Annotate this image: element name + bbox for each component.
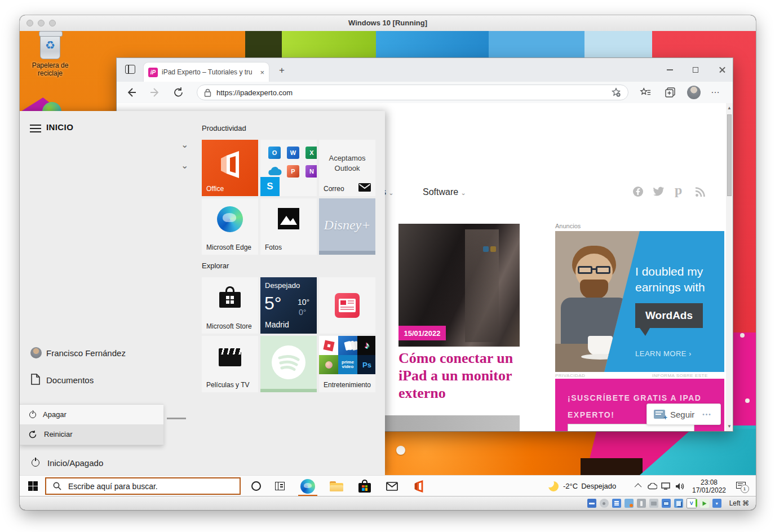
start-documents-button[interactable]: Documentos [46, 375, 94, 385]
tile-office[interactable]: Office [202, 140, 258, 196]
scroll-down-icon[interactable]: ▼ [726, 424, 733, 429]
search-input[interactable] [67, 481, 216, 491]
forward-icon[interactable] [149, 87, 161, 98]
refresh-icon[interactable] [173, 87, 184, 98]
browser-tab[interactable]: iP iPad Experto – Tutoriales y trucos × [144, 63, 269, 82]
virtualbox-icon[interactable]: V [687, 498, 697, 508]
tile-store[interactable]: Microsoft Store [202, 277, 258, 334]
back-icon[interactable] [126, 87, 137, 98]
pinterest-icon[interactable]: p [675, 183, 682, 198]
facebook-icon[interactable] [632, 186, 644, 197]
tile-correo[interactable]: Aceptamos Outlook Correo [319, 140, 375, 196]
flyout-item-shutdown[interactable]: Apagar [20, 405, 163, 424]
next-article-thumbnail[interactable] [382, 415, 520, 431]
tiktok-icon: ♪ [357, 336, 375, 355]
vbox-shared-folder-icon[interactable] [649, 499, 658, 508]
collections-icon[interactable] [665, 87, 676, 98]
start-user-button[interactable]: Francisco Fernández [46, 348, 126, 358]
onenote-icon: N [305, 165, 317, 178]
weather-low: 0° [299, 308, 306, 317]
chevron-down-icon: ⌄ [461, 189, 466, 196]
vbox-usb-icon[interactable] [637, 499, 646, 508]
tile-entertainment[interactable]: ♪ prime video Ps Entretenimiento [319, 336, 375, 392]
page-scrollbar[interactable]: ▲ ▼ [726, 103, 733, 431]
tab-strip: iP iPad Experto – Tutoriales y trucos × … [117, 58, 733, 82]
wordads-banner[interactable]: I doubled my earnings with WordAds LEARN… [555, 231, 724, 372]
tab-actions-icon[interactable] [125, 65, 135, 74]
vbox-network-icon[interactable] [625, 499, 634, 508]
taskbar-edge-button[interactable] [298, 476, 317, 496]
tile-panel-divider[interactable] [167, 418, 186, 419]
taskbar-store-button[interactable] [356, 476, 374, 496]
ads-label: Anuncios [555, 223, 581, 229]
tile-spotify[interactable] [260, 336, 317, 392]
mac-titlebar: Windows 10 [Running] [20, 15, 756, 32]
action-center-button[interactable]: 1 [731, 476, 751, 496]
bubble-tail [640, 328, 650, 336]
ad-cta-link[interactable]: LEARN MORE › [635, 349, 692, 358]
article-headline[interactable]: Cómo conectar un iPad a un monitor exter… [398, 349, 525, 402]
vbox-autoresize-icon[interactable]: ▼ [712, 499, 721, 508]
browser-close-button[interactable] [719, 66, 726, 73]
movies-icon [219, 348, 241, 366]
tray-volume-button[interactable] [672, 476, 687, 496]
new-tab-button[interactable]: + [279, 65, 285, 76]
tile-edge[interactable]: Microsoft Edge [202, 198, 258, 255]
vbox-hdd-icon[interactable] [587, 499, 596, 508]
scrollbar-thumb[interactable] [727, 114, 732, 196]
scroll-up-icon[interactable]: ▲ [726, 105, 733, 110]
follow-more-icon[interactable]: ••• [702, 411, 712, 418]
vm-window-title: Windows 10 [Running] [20, 19, 756, 27]
tray-onedrive-button[interactable] [645, 476, 659, 496]
taskbar-office-button[interactable] [410, 476, 428, 496]
host-key-label: Left ⌘ [729, 499, 749, 507]
profile-avatar[interactable] [687, 86, 701, 99]
tab-close-icon[interactable]: × [260, 69, 264, 76]
taskbar-explorer-button[interactable] [327, 476, 346, 496]
tile-movies[interactable]: Películas y TV [202, 336, 258, 392]
start-power-button[interactable]: Inicio/Apagado [20, 451, 163, 474]
photoshop-express-icon: Ps [357, 355, 375, 374]
tile-fotos[interactable]: Fotos [260, 198, 317, 255]
browser-menu-icon[interactable]: … [711, 85, 720, 95]
taskbar-weather-widget[interactable]: -2°C Despejado [548, 476, 633, 496]
address-bar[interactable]: https://ipadexperto.com [197, 85, 628, 100]
tile-news[interactable] [319, 277, 375, 334]
tile-weather[interactable]: Despejado 5° 10° 0° Madrid [260, 277, 317, 334]
tray-chevron-up[interactable] [632, 476, 645, 496]
twitter-icon[interactable] [653, 187, 665, 197]
task-view-button[interactable] [271, 476, 288, 496]
browser-maximize-button[interactable] [693, 66, 698, 73]
start-button[interactable] [24, 476, 41, 496]
tray-clock[interactable]: 23:08 17/01/2022 [688, 476, 730, 496]
cortana-button[interactable] [247, 476, 264, 496]
add-favorite-icon[interactable] [611, 87, 621, 97]
tile-group-chevron[interactable]: ⌄ [181, 160, 188, 171]
tile-microsoft-apps[interactable]: O W X P N S [260, 140, 317, 196]
taskbar-mail-button[interactable] [383, 476, 401, 496]
recycle-bin-shortcut[interactable]: ♻ Papelera de reciclaje [28, 33, 73, 77]
tile-group-chevron[interactable]: ⌄ [181, 139, 188, 150]
vbox-display-icon[interactable] [662, 499, 671, 508]
taskbar-search[interactable] [45, 477, 241, 495]
solitaire-icon [338, 336, 357, 355]
start-menu-hamburger[interactable] [30, 125, 41, 132]
ad-privacy-link[interactable]: PRIVACIDAD [555, 373, 585, 378]
vbox-cd-icon[interactable] [600, 499, 609, 508]
vbox-clipboard-icon[interactable] [674, 499, 683, 508]
favorites-bar-icon[interactable] [640, 87, 651, 98]
rss-icon[interactable] [695, 187, 706, 197]
chevron-down-icon: ⌄ [388, 189, 393, 196]
store-icon [358, 480, 371, 493]
browser-minimize-button[interactable] [667, 66, 673, 70]
vbox-audio-icon[interactable] [612, 499, 621, 508]
tile-disney[interactable]: Disney+ [319, 198, 375, 255]
vbox-sync-icon[interactable] [700, 499, 709, 508]
moon-icon [548, 481, 559, 491]
office-icon [413, 480, 425, 493]
flyout-item-restart[interactable]: Reiniciar [20, 424, 163, 444]
article-date-badge: 15/01/2022 [398, 326, 446, 340]
nav-item-software[interactable]: Software ⌄ [423, 187, 466, 197]
follow-button[interactable]: + Seguir ••• [646, 404, 721, 425]
tray-network-button[interactable] [659, 476, 672, 496]
